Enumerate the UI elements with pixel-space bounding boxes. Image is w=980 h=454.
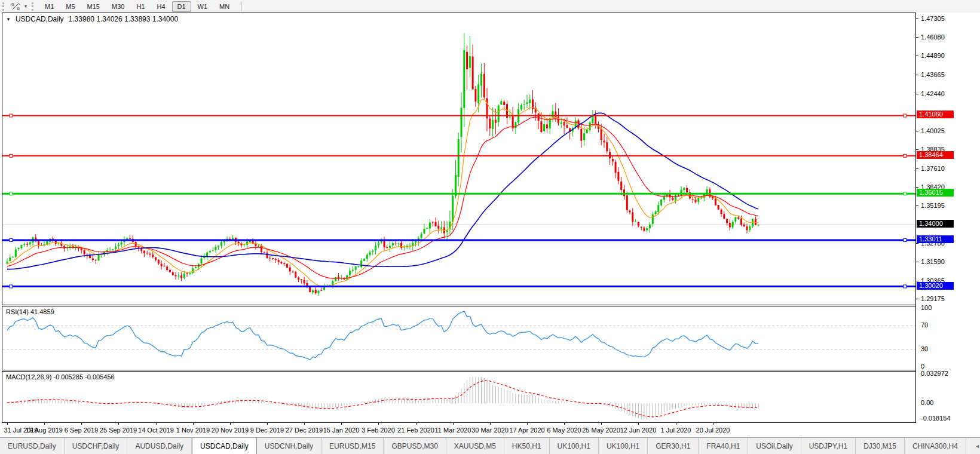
price-chart-pane[interactable]: ▼ USDCAD,Daily 1.33980 1.34026 1.33893 1… xyxy=(2,13,916,305)
chart-tab-usdchf-daily[interactable]: USDCHF,Daily xyxy=(65,438,128,454)
chart-tab-audusd-daily[interactable]: AUDUSD,Daily xyxy=(127,438,192,454)
macd-pane[interactable]: MACD(12,26,9) -0.005285 -0.005456 xyxy=(2,371,916,423)
chart-tab-uk100-h1[interactable]: UK100,H1 xyxy=(550,438,599,454)
date-tick-mark xyxy=(638,422,639,425)
price-tick-label: 1.40025 xyxy=(921,127,945,134)
date-axis[interactable]: 31 Jul 201919 Aug 20196 Sep 201925 Sep 2… xyxy=(2,422,916,437)
line-handle[interactable] xyxy=(10,192,13,195)
date-label: 6 Sep 2019 xyxy=(60,427,102,434)
line-handle[interactable] xyxy=(904,285,906,288)
line-handle[interactable] xyxy=(904,154,906,157)
timeframe-button-m1[interactable]: M1 xyxy=(39,1,59,12)
date-tick-mark xyxy=(490,422,491,425)
timeframe-button-m5[interactable]: M5 xyxy=(60,1,80,12)
horizontal-line-1.3002[interactable] xyxy=(2,285,916,288)
symbol-dropdown-icon[interactable]: ▼ xyxy=(6,17,11,22)
timeframe-button-m15[interactable]: M15 xyxy=(82,1,105,12)
chart-tab-eurusd-m15[interactable]: EURUSD,M15 xyxy=(321,438,384,454)
macd-axis-label: -0.018154 xyxy=(921,415,951,422)
timeframe-button-m30[interactable]: M30 xyxy=(106,1,130,12)
chart-tab-usdcnh-daily[interactable]: USDCNH,Daily xyxy=(257,438,321,454)
date-tick-mark xyxy=(416,422,416,425)
timeframe-toolbar: ▾ M1M5M15M30H1H4D1W1MN xyxy=(0,0,980,13)
chart-symbol: USDCAD,Daily xyxy=(16,15,64,23)
rsi-axis-label: 0 xyxy=(921,363,924,370)
chart-tab-dj30-m15[interactable]: DJ30,M15 xyxy=(856,438,905,454)
date-label: 1 Nov 2019 xyxy=(172,427,214,434)
chart-tab-uk100-h1[interactable]: UK100,H1 xyxy=(599,438,648,454)
toolbar-grip[interactable] xyxy=(2,2,5,11)
price-level-label: 1.38464 xyxy=(917,151,954,159)
chart-tab-usoil-daily[interactable]: USOil,Daily xyxy=(748,438,801,454)
line-handle[interactable] xyxy=(904,114,906,117)
price-tick-label: 1.44890 xyxy=(921,52,945,59)
rsi-chart[interactable] xyxy=(2,306,916,369)
dropdown-caret-icon[interactable]: ▾ xyxy=(22,4,29,9)
chart-tab-usdcad-daily[interactable]: USDCAD,Daily xyxy=(192,438,257,454)
chart-tab-ger30-h1[interactable]: GER30,H1 xyxy=(648,438,699,454)
horizontal-line-1.33011[interactable] xyxy=(2,239,916,242)
rsi-label: RSI(14) 41.4859 xyxy=(6,308,54,315)
date-tick-mark xyxy=(713,422,713,425)
date-label: 1 Jul 2020 xyxy=(655,427,697,434)
price-tick-mark xyxy=(916,75,918,75)
macd-label: MACD(12,26,9) -0.005285 -0.005456 xyxy=(6,373,115,381)
price-tick-mark xyxy=(916,94,918,94)
date-tick-mark xyxy=(527,422,528,425)
candlestick-chart[interactable] xyxy=(2,13,916,303)
chart-tab-usdjpy-h1[interactable]: USDJPY,H1 xyxy=(801,438,856,454)
line-handle[interactable] xyxy=(10,239,13,242)
chart-tab-fra40-h1[interactable]: FRA40,H1 xyxy=(699,438,748,454)
rsi-axis-label: 100 xyxy=(921,304,932,311)
line-handle[interactable] xyxy=(10,114,13,117)
price-tick-mark xyxy=(916,262,918,262)
date-tick-mark xyxy=(304,422,305,425)
tab-scroll-arrows: ◄ ► xyxy=(966,438,980,454)
line-handle[interactable] xyxy=(10,154,13,157)
date-tick-mark xyxy=(676,422,676,425)
date-label: 11 Mar 2020 xyxy=(432,427,474,434)
line-handle[interactable] xyxy=(904,192,906,195)
price-tick-mark xyxy=(916,205,918,206)
price-tick-label: 1.31590 xyxy=(921,258,945,265)
date-label: 21 Feb 2020 xyxy=(395,427,437,434)
toolbar-grip-2[interactable] xyxy=(32,2,35,11)
price-tick-mark xyxy=(916,299,918,299)
price-tick-mark xyxy=(916,168,918,169)
date-label: 20 Jul 2020 xyxy=(692,427,734,434)
date-tick-mark xyxy=(341,422,342,425)
rsi-axis-label: 70 xyxy=(921,321,928,329)
price-axis[interactable]: 1.473051.460801.448901.436651.424401.400… xyxy=(915,13,980,422)
macd-axis-label: 0.032972 xyxy=(921,370,948,377)
line-handle[interactable] xyxy=(10,285,13,288)
chart-tab-eurusd-daily[interactable]: EURUSD,Daily xyxy=(0,438,65,454)
price-tick-label: 1.37610 xyxy=(921,165,945,172)
timeframe-button-h4[interactable]: H4 xyxy=(151,1,170,12)
chart-tab-hk50-h1[interactable]: HK50,H1 xyxy=(504,438,550,454)
price-tick-label: 1.47305 xyxy=(921,15,945,22)
timeframe-button-h1[interactable]: H1 xyxy=(131,1,150,12)
chart-tabs: EURUSD,DailyUSDCHF,DailyAUDUSD,DailyUSDC… xyxy=(0,438,966,454)
price-tick-label: 1.42440 xyxy=(921,90,945,97)
date-label: 15 Jan 2020 xyxy=(320,427,362,434)
horizontal-line-1.4106[interactable] xyxy=(2,114,916,117)
date-tick-mark xyxy=(7,422,8,425)
date-tick-mark xyxy=(267,422,268,425)
tab-scroll-left-icon[interactable]: ◄ xyxy=(975,443,980,449)
timeframe-button-mn[interactable]: MN xyxy=(214,1,235,12)
crosshair-tool-icon[interactable] xyxy=(10,2,22,11)
price-tick-label: 1.35195 xyxy=(921,202,945,209)
chart-tab-gbpusd-m30[interactable]: GBPUSD,M30 xyxy=(384,438,446,454)
timeframe-button-d1[interactable]: D1 xyxy=(172,1,191,12)
date-label: 3 Feb 2020 xyxy=(357,427,399,434)
rsi-pane[interactable]: RSI(14) 41.4859 xyxy=(2,306,916,370)
date-label: 6 May 2020 xyxy=(543,427,585,434)
chart-tab-china300-h4[interactable]: CHINA300,H4 xyxy=(905,438,966,454)
line-handle[interactable] xyxy=(904,239,906,242)
timeframe-button-w1[interactable]: W1 xyxy=(192,1,213,12)
date-tick-mark xyxy=(193,422,194,425)
date-label: 14 Oct 2019 xyxy=(135,427,177,434)
date-label: 25 Sep 2019 xyxy=(97,427,139,434)
macd-chart[interactable] xyxy=(2,372,916,421)
chart-tab-xauusd-m5[interactable]: XAUUSD,M5 xyxy=(446,438,504,454)
